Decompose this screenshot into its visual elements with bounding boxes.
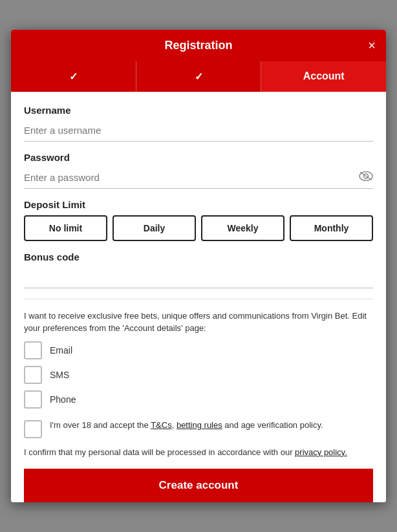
password-input[interactable] <box>24 167 373 189</box>
sms-checkbox-item: SMS <box>24 366 373 384</box>
no-limit-button[interactable]: No limit <box>24 215 107 241</box>
eye-icon[interactable] <box>359 171 373 184</box>
step-2-label: ✓ <box>195 71 203 82</box>
step-1[interactable]: ✓ <box>11 61 136 92</box>
email-checkbox[interactable] <box>24 341 42 359</box>
password-wrapper <box>24 167 373 189</box>
deposit-limit-section: Deposit Limit No limit Daily Weekly Mont… <box>24 199 373 241</box>
checkbox-group: Email SMS Phone <box>24 341 373 409</box>
privacy-text: I confirm that my personal data will be … <box>24 446 373 459</box>
password-label: Password <box>24 152 373 163</box>
privacy-policy-link[interactable]: privacy policy. <box>295 447 347 457</box>
divider <box>24 299 373 299</box>
steps-bar: ✓ ✓ Account <box>11 61 386 92</box>
email-checkbox-item: Email <box>24 341 373 359</box>
daily-button[interactable]: Daily <box>113 215 196 241</box>
step-3[interactable]: Account <box>261 61 386 92</box>
sms-label: SMS <box>50 370 69 380</box>
terms-checkbox[interactable] <box>24 420 42 438</box>
promo-text: I want to receive exclusive free bets, u… <box>24 310 373 335</box>
username-input[interactable] <box>24 120 373 142</box>
step-1-label: ✓ <box>69 71 78 82</box>
bonus-section: Bonus code <box>24 251 373 288</box>
sms-checkbox[interactable] <box>24 366 42 384</box>
phone-label: Phone <box>50 394 76 405</box>
deposit-buttons: No limit Daily Weekly Monthly <box>24 215 373 241</box>
step-2[interactable]: ✓ <box>136 61 262 92</box>
username-label: Username <box>24 105 373 116</box>
modal-footer: Create account <box>11 469 386 502</box>
terms-text: I'm over 18 and accept the T&Cs, betting… <box>50 419 323 432</box>
modal-header: Registration × <box>11 30 386 61</box>
bonus-label: Bonus code <box>24 251 373 262</box>
terms-row: I'm over 18 and accept the T&Cs, betting… <box>24 419 373 438</box>
deposit-limit-label: Deposit Limit <box>24 199 373 210</box>
modal-title: Registration <box>164 39 232 52</box>
monthly-button[interactable]: Monthly <box>290 215 373 241</box>
close-button[interactable]: × <box>368 39 376 52</box>
bonus-input[interactable] <box>24 266 373 288</box>
betting-rules-link[interactable]: betting rules <box>177 420 222 430</box>
tcs-link[interactable]: T&Cs <box>151 420 172 430</box>
email-label: Email <box>50 345 72 356</box>
modal-body: Username Password Deposit Limit No <box>11 92 386 459</box>
weekly-button[interactable]: Weekly <box>201 215 284 241</box>
step-3-label: Account <box>303 70 345 81</box>
phone-checkbox-item: Phone <box>24 390 373 409</box>
create-account-button[interactable]: Create account <box>24 469 373 502</box>
phone-checkbox[interactable] <box>24 390 42 409</box>
